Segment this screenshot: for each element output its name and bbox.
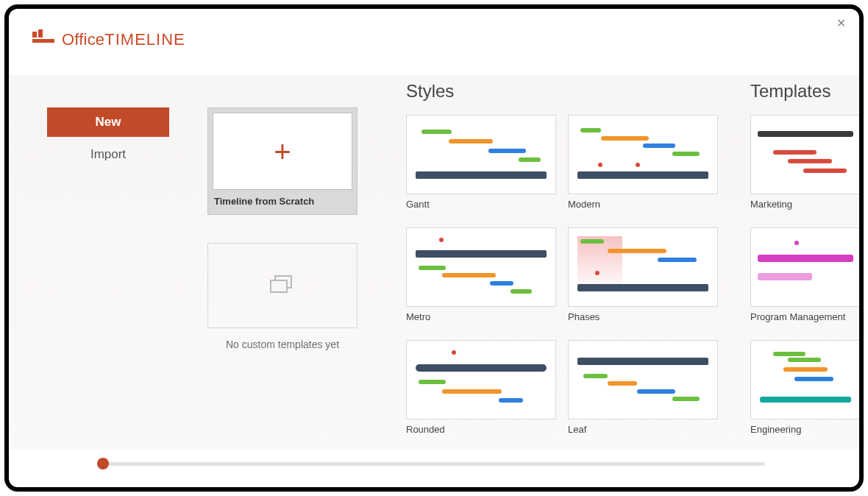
templates-grid: Marketing Program Management [750, 115, 859, 435]
slider-track[interactable] [103, 462, 765, 466]
template-label: Program Management [750, 311, 859, 322]
timeline-from-scratch-tile[interactable]: + Timeline from Scratch [207, 107, 357, 215]
style-tile-rounded[interactable]: Rounded [406, 340, 556, 435]
style-preview-modern [568, 115, 718, 194]
stack-icon [270, 275, 295, 296]
style-preview-rounded [406, 340, 556, 419]
styles-column: Styles Gantt [406, 81, 718, 450]
gallery: Styles Gantt [399, 75, 859, 450]
center-column: + Timeline from Scratch No custom templa… [207, 75, 399, 450]
style-label: Rounded [406, 424, 556, 435]
plus-icon: + [274, 137, 291, 166]
style-preview-leaf [568, 340, 718, 419]
styles-grid: Gantt Modern [406, 115, 718, 435]
template-tile-marketing[interactable]: Marketing [750, 115, 859, 210]
template-tile-program-management[interactable]: Program Management [750, 227, 859, 322]
style-tile-leaf[interactable]: Leaf [568, 340, 718, 435]
timeline-from-scratch-label: Timeline from Scratch [213, 196, 352, 207]
new-button[interactable]: New [47, 107, 169, 137]
style-tile-modern[interactable]: Modern [568, 115, 718, 210]
style-tile-metro[interactable]: Metro [406, 227, 556, 322]
timeline-from-scratch-preview: + [213, 113, 352, 190]
style-tile-gantt[interactable]: Gantt [406, 115, 556, 210]
style-label: Modern [568, 199, 718, 210]
brand-icon [32, 29, 54, 50]
style-label: Metro [406, 311, 556, 322]
app-window: ✕ OfficeTIMELINE New Import + Timeline f… [4, 4, 864, 492]
style-label: Phases [568, 311, 718, 322]
template-label: Engineering [750, 424, 859, 435]
templates-header: Templates [750, 81, 859, 102]
style-tile-phases[interactable]: Phases [568, 227, 718, 322]
brand-word-timeline: TIMELINE [104, 30, 185, 49]
progress-slider[interactable] [9, 453, 859, 474]
import-button-label: Import [90, 147, 126, 162]
template-preview-marketing [750, 115, 859, 194]
new-button-label: New [96, 115, 121, 130]
styles-header: Styles [406, 81, 718, 102]
template-preview-engineering [750, 340, 859, 419]
no-custom-templates-label: No custom templates yet [207, 339, 357, 350]
templates-column: Templates Marketing [750, 81, 859, 450]
brand-word-office: Office [62, 30, 104, 49]
sidebar: New Import [9, 75, 207, 450]
style-preview-metro [406, 227, 556, 307]
style-preview-gantt [406, 115, 556, 194]
custom-templates-empty-box [207, 243, 357, 328]
brand-text: OfficeTIMELINE [62, 30, 185, 49]
template-tile-engineering[interactable]: Engineering [750, 340, 859, 435]
style-label: Leaf [568, 424, 718, 435]
close-icon[interactable]: ✕ [836, 16, 846, 30]
slider-thumb[interactable] [97, 458, 109, 470]
template-preview-program-management [750, 227, 859, 307]
main-content: New Import + Timeline from Scratch No cu… [9, 75, 859, 450]
style-label: Gantt [406, 199, 556, 210]
style-preview-phases [568, 227, 718, 307]
template-label: Marketing [750, 199, 859, 210]
brand-logo: OfficeTIMELINE [32, 29, 185, 50]
import-button[interactable]: Import [47, 140, 169, 169]
